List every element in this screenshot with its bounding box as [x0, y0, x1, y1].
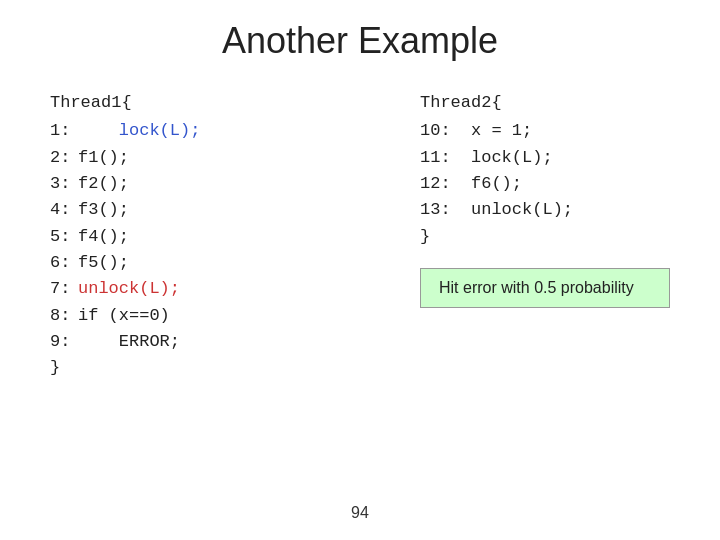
- code-line-2: 2: f1();: [50, 145, 200, 171]
- line-num-9: 9:: [50, 329, 78, 355]
- thread2-header: Thread2{: [420, 90, 573, 116]
- line-num-12: 12:: [420, 171, 451, 197]
- code-line-9: 9: ERROR;: [50, 329, 200, 355]
- code-text-8: if (x==0): [78, 303, 170, 329]
- content-area: Thread1{ 1: lock(L); 2: f1(); 3: f2(); 4…: [40, 90, 680, 382]
- thread1-header: Thread1{: [50, 90, 200, 116]
- code-line-11: 11: lock(L);: [420, 145, 573, 171]
- code-text-9: ERROR;: [78, 329, 180, 355]
- thread1-block: Thread1{ 1: lock(L); 2: f1(); 3: f2(); 4…: [50, 90, 200, 382]
- line-num-1: 1:: [50, 118, 78, 144]
- right-column: Thread2{ 10: x = 1; 11: lock(L); 12: f6(…: [420, 90, 670, 308]
- page-number: 94: [351, 504, 369, 522]
- line-num-3: 3:: [50, 171, 78, 197]
- code-close2: }: [420, 224, 430, 250]
- code-line-4: 4: f3();: [50, 197, 200, 223]
- code-text-10: x = 1;: [451, 118, 533, 144]
- code-line-12: 12: f6();: [420, 171, 573, 197]
- code-text-13: unlock(L);: [451, 197, 573, 223]
- slide-title: Another Example: [40, 20, 680, 62]
- code-text-2: f1();: [78, 145, 129, 171]
- line-num-10: 10:: [420, 118, 451, 144]
- code-close1: }: [50, 355, 60, 381]
- code-text-11: lock(L);: [451, 145, 553, 171]
- code-line-7: 7: unlock(L);: [50, 276, 200, 302]
- hit-error-box: Hit error with 0.5 probability: [420, 268, 670, 308]
- line-num-8: 8:: [50, 303, 78, 329]
- code-line-8: 8: if (x==0): [50, 303, 200, 329]
- code-line-10: 10: x = 1;: [420, 118, 573, 144]
- hit-error-text: Hit error with 0.5 probability: [439, 279, 634, 296]
- line-num-6: 6:: [50, 250, 78, 276]
- line-num-13: 13:: [420, 197, 451, 223]
- code-line-13: 13: unlock(L);: [420, 197, 573, 223]
- line-num-7: 7:: [50, 276, 78, 302]
- code-text-1: lock(L);: [78, 118, 200, 144]
- code-text-7: unlock(L);: [78, 276, 180, 302]
- code-text-12: f6();: [451, 171, 522, 197]
- code-line-close1: }: [50, 355, 200, 381]
- code-text-4: f3();: [78, 197, 129, 223]
- code-text-3: f2();: [78, 171, 129, 197]
- code-text-5: f4();: [78, 224, 129, 250]
- code-line-1: 1: lock(L);: [50, 118, 200, 144]
- line-num-11: 11:: [420, 145, 451, 171]
- code-line-6: 6: f5();: [50, 250, 200, 276]
- code-text-6: f5();: [78, 250, 129, 276]
- code-line-3: 3: f2();: [50, 171, 200, 197]
- line-num-5: 5:: [50, 224, 78, 250]
- code-line-close2: }: [420, 224, 573, 250]
- slide-page: Another Example Thread1{ 1: lock(L); 2: …: [0, 0, 720, 540]
- code-line-5: 5: f4();: [50, 224, 200, 250]
- line-num-4: 4:: [50, 197, 78, 223]
- line-num-2: 2:: [50, 145, 78, 171]
- thread2-block: Thread2{ 10: x = 1; 11: lock(L); 12: f6(…: [420, 90, 573, 250]
